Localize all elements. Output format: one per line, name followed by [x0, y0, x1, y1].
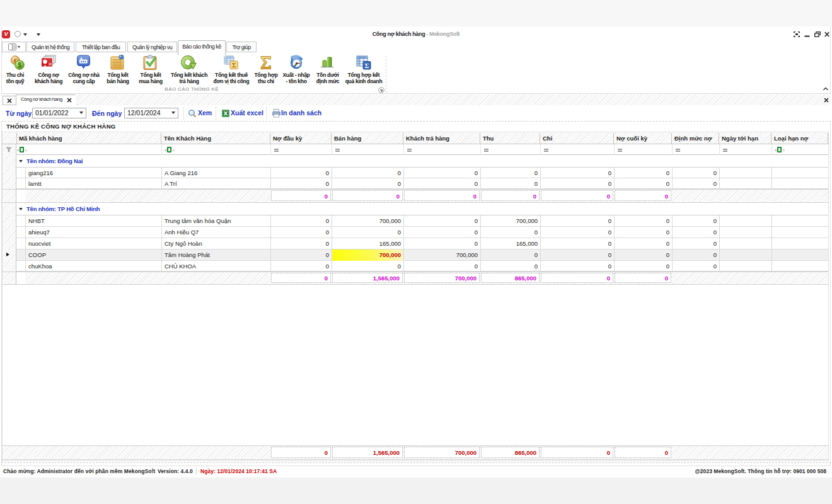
svg-text:$: $ [18, 62, 21, 69]
svg-text:Σ: Σ [232, 62, 236, 69]
svg-text:Σ: Σ [365, 62, 369, 69]
